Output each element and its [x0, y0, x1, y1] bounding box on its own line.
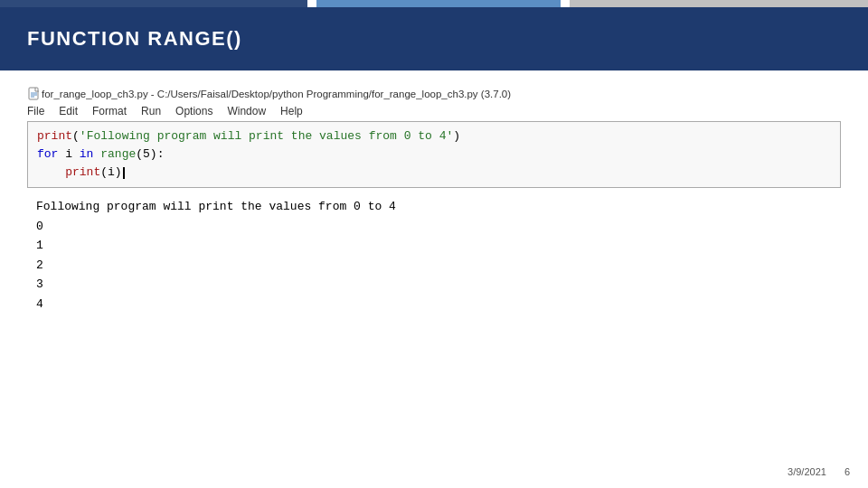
- bar-gray: [570, 0, 868, 7]
- output-line-2: 2: [36, 256, 832, 275]
- file-icon: [27, 87, 42, 101]
- ide-menubar: File Edit Format Run Options Window Help: [27, 103, 841, 119]
- menu-file[interactable]: File: [27, 105, 44, 117]
- menu-window[interactable]: Window: [227, 105, 266, 117]
- ide-titlebar: for_range_loop_ch3.py - C:/Users/Faisal/…: [27, 87, 841, 101]
- header: FUNCTION RANGE(): [0, 7, 868, 70]
- code-line-1: print('Following program will print the …: [37, 127, 831, 145]
- output-area: Following program will print the values …: [27, 197, 841, 314]
- bar-gap2: [561, 0, 570, 7]
- footer-date: 3/9/2021: [788, 466, 826, 477]
- menu-edit[interactable]: Edit: [59, 105, 78, 117]
- menu-format[interactable]: Format: [92, 105, 127, 117]
- menu-help[interactable]: Help: [280, 105, 303, 117]
- output-line-desc: Following program will print the values …: [36, 197, 832, 216]
- output-line-0: 0: [36, 217, 832, 236]
- ide-titlebar-text: for_range_loop_ch3.py - C:/Users/Faisal/…: [42, 89, 511, 99]
- code-editor[interactable]: print('Following program will print the …: [27, 121, 841, 188]
- top-bars: [0, 0, 868, 7]
- bar-blue: [0, 0, 307, 7]
- output-line-1: 1: [36, 236, 832, 255]
- code-line-2: for i in range(5):: [37, 145, 831, 164]
- code-line-3: print(i): [37, 164, 831, 182]
- footer-page: 6: [844, 466, 850, 477]
- bar-light-blue: [316, 0, 561, 7]
- page-title: FUNCTION RANGE(): [27, 27, 841, 51]
- output-line-3: 3: [36, 275, 832, 294]
- content-area: for_range_loop_ch3.py - C:/Users/Faisal/…: [0, 70, 868, 323]
- footer: 3/9/2021 6: [788, 466, 850, 477]
- bar-gap1: [307, 0, 316, 7]
- menu-options[interactable]: Options: [175, 105, 212, 117]
- output-line-4: 4: [36, 295, 832, 314]
- menu-run[interactable]: Run: [141, 105, 161, 117]
